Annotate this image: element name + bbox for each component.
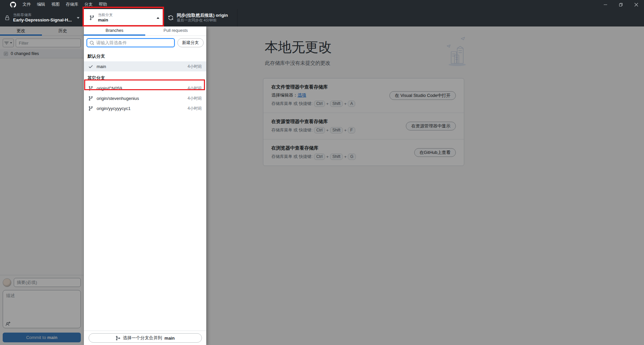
git-merge-icon (115, 336, 120, 341)
changes-sidebar: 更改 历史 ✓ 0 changed files Commit to main (0, 26, 84, 345)
person-add-icon (6, 322, 11, 327)
add-coauthor-button[interactable] (6, 322, 11, 327)
popover-tabs: Branches Pull requests (84, 26, 206, 36)
popover-footer: 选择一个分支合并到 main (84, 331, 206, 345)
check-icon (88, 64, 93, 69)
card-show-in-explorer: 在资源管理器中查看存储库 存储库菜单 或 快捷键: Ctrl+ Shift+ F… (263, 113, 464, 139)
caret-down-icon (10, 42, 12, 44)
key-shift: Shift (330, 101, 343, 107)
shortcut-hint: 存储库菜单 或 快捷键: (271, 154, 313, 160)
shortcut-hint: 存储库菜单 或 快捷键: (271, 127, 313, 133)
card-title: 在浏览器中查看存储库 (271, 145, 356, 151)
filter-icon (4, 41, 9, 45)
show-in-explorer-button[interactable]: 在资源管理器中显示 (406, 122, 456, 130)
tab-pull-requests[interactable]: Pull requests (145, 26, 207, 36)
commit-summary-input[interactable] (14, 278, 81, 287)
git-branch-icon (88, 96, 93, 101)
other-branches-header: 其它分支 (84, 71, 206, 83)
current-repository-label: 当前存储库 (13, 13, 72, 17)
commit-button[interactable]: Commit to main (3, 333, 81, 342)
branch-search-row: 新建分支 (84, 36, 206, 50)
branch-row-origin-yycyyycyc1[interactable]: origin/yycyyycyc1 4小时前 (84, 103, 206, 113)
card-title: 在资源管理器中查看存储库 (271, 119, 355, 125)
changed-files-row: ✓ 0 changed files (0, 49, 84, 58)
plus-sign: + (326, 128, 329, 133)
branch-name: origin/yycyyycyc1 (97, 106, 130, 111)
key-shift: Shift (330, 154, 343, 160)
menu-view[interactable]: 视图 (48, 0, 63, 9)
editor-options-link[interactable]: 选项 (298, 93, 306, 98)
current-repository-name: Early-Depression-Signal-H... (13, 17, 72, 23)
plus-sign: + (344, 128, 346, 133)
branch-name: main (97, 64, 106, 69)
new-branch-button[interactable]: 新建分支 (177, 38, 204, 47)
sync-button[interactable]: 同步(拉取然后推送) origin 最后一次同步在 4分钟前 (164, 9, 237, 26)
tab-history[interactable]: 历史 (42, 26, 84, 36)
minimize-button[interactable] (598, 0, 613, 9)
changed-files-count: 0 changed files (11, 51, 39, 56)
menu-bar: 文件 编辑 视图 存储库 分支 帮助 (0, 0, 644, 9)
current-repository-button[interactable]: 当前存储库 Early-Depression-Signal-H... (0, 9, 84, 26)
merge-button-label: 选择一个分支合并到 (123, 335, 162, 341)
branches-popover: Branches Pull requests 新建分支 默认分支 main 4小… (84, 26, 206, 345)
search-icon (90, 41, 94, 45)
tab-branches[interactable]: Branches (84, 26, 145, 36)
key-shift: Shift (330, 127, 343, 133)
close-button[interactable] (629, 0, 644, 9)
plus-sign: + (344, 102, 346, 106)
current-branch-label: 当前分支 (98, 13, 113, 17)
branch-search-input[interactable] (96, 40, 172, 45)
tab-changes[interactable]: 更改 (0, 26, 42, 36)
plus-sign: + (344, 155, 346, 159)
current-branch-name: main (98, 17, 113, 23)
menu-repository[interactable]: 存储库 (63, 0, 82, 9)
commit-description-textarea[interactable] (3, 290, 81, 328)
filter-input[interactable] (16, 39, 81, 47)
plus-sign: + (326, 155, 329, 159)
avatar (3, 278, 11, 287)
key-g: G (348, 154, 356, 160)
key-f: F (348, 127, 355, 133)
commit-button-branch: main (47, 335, 57, 340)
menu-help[interactable]: 帮助 (96, 0, 110, 9)
branch-search-field (87, 38, 175, 47)
key-ctrl: Ctrl (314, 154, 325, 160)
menu-edit[interactable]: 编辑 (34, 0, 48, 9)
no-changes-view: 本地无更改 此存储库中没有未提交的更改 在文件管理器中查看存储库 选择编辑器：选… (206, 26, 644, 345)
card-view-on-github: 在浏览器中查看存储库 存储库菜单 或 快捷键: Ctrl+ Shift+ G 在… (263, 139, 464, 166)
branch-row-origin-stevenhugenius[interactable]: origin/stevenhugenius 4小时前 (84, 93, 206, 103)
branch-time: 4小时前 (187, 106, 202, 111)
plus-sign: + (326, 102, 329, 106)
window-controls (598, 0, 644, 9)
select-all-checkbox[interactable]: ✓ (4, 52, 8, 56)
repo-actions-card-list: 在文件管理器中查看存储库 选择编辑器：选项 存储库菜单 或 快捷键: Ctrl+… (263, 78, 464, 166)
restore-button[interactable] (613, 0, 629, 9)
card-title: 在文件管理器中查看存储库 (271, 84, 355, 90)
merge-button-branch: main (164, 336, 174, 341)
filter-row (0, 36, 84, 49)
git-branch-icon (89, 15, 95, 20)
merge-branch-button[interactable]: 选择一个分支合并到 main (89, 333, 202, 343)
branch-time: 4小时前 (187, 85, 202, 91)
open-in-vscode-button[interactable]: 在 Visual Studio Code中打开 (389, 91, 456, 100)
current-branch-button[interactable]: 当前分支 main (84, 9, 164, 26)
commit-form: Commit to main (0, 275, 84, 345)
git-branch-icon (88, 86, 93, 91)
menu-file[interactable]: 文件 (19, 0, 34, 9)
sync-subtitle: 最后一次同步在 4分钟前 (177, 18, 228, 23)
no-changes-illustration (441, 37, 468, 68)
lock-icon (5, 15, 10, 20)
menu-branch[interactable]: 分支 (82, 0, 96, 9)
chevron-up-icon (157, 17, 159, 19)
shortcut-hint: 存储库菜单 或 快捷键: (271, 101, 313, 107)
sync-icon (168, 15, 173, 20)
branch-row-origin-cn059[interactable]: origin/CN059 4小时前 (84, 83, 206, 93)
filter-options-button[interactable] (3, 39, 14, 47)
sync-title: 同步(拉取然后推送) origin (177, 13, 228, 18)
toolbar: 当前存储库 Early-Depression-Signal-H... 当前分支 … (0, 9, 644, 26)
commit-button-prefix: Commit to (26, 335, 47, 340)
key-ctrl: Ctrl (314, 101, 325, 107)
branch-row-main[interactable]: main 4小时前 (84, 61, 206, 71)
git-branch-icon (88, 106, 93, 111)
view-on-github-button[interactable]: 在GitHub上查看 (414, 148, 456, 157)
